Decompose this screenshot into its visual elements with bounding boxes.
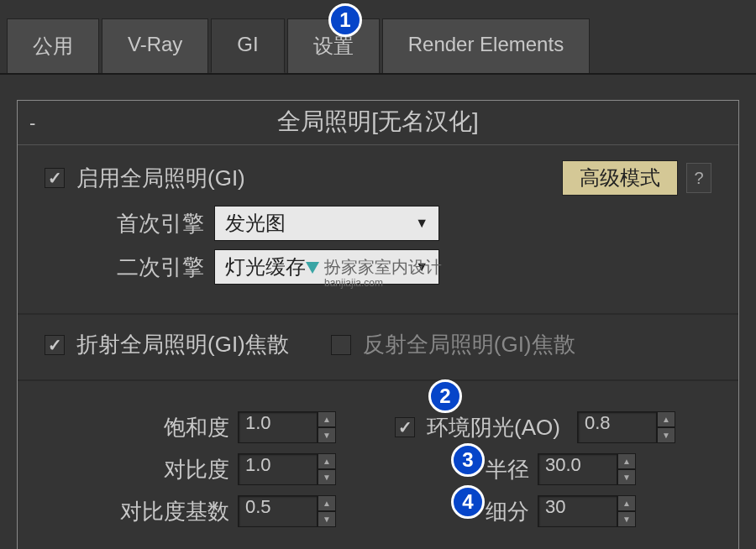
ao-label: 环境阴光(AO) bbox=[427, 413, 560, 442]
tab-common[interactable]: 公用 bbox=[7, 18, 99, 73]
spinner-down-icon[interactable]: ▼ bbox=[318, 469, 336, 485]
panel-title-text: 全局照明[无名汉化] bbox=[277, 108, 479, 134]
primary-engine-label: 首次引擎 bbox=[95, 209, 204, 238]
gi-main-section: 启用全局照明(GI) 高级模式 ? 首次引擎 发光图 ▼ 二次引擎 灯光缓存 扮… bbox=[18, 145, 738, 315]
spinner-down-icon[interactable]: ▼ bbox=[617, 511, 636, 527]
saturation-input[interactable]: 1.0 bbox=[238, 411, 318, 443]
reflect-caustics-label: 反射全局照明(GI)焦散 bbox=[363, 330, 575, 359]
spinner-down-icon[interactable]: ▼ bbox=[318, 427, 336, 443]
saturation-label: 饱和度 bbox=[45, 413, 229, 442]
radius-spinner[interactable]: 30.0 ▲ ▼ bbox=[538, 453, 636, 485]
panel-title: - 全局照明[无名汉化] bbox=[18, 101, 738, 145]
contrast-base-spinner[interactable]: 0.5 ▲ ▼ bbox=[238, 495, 336, 527]
tab-render-elements[interactable]: Render Elements bbox=[382, 18, 590, 73]
chevron-down-icon: ▼ bbox=[415, 216, 428, 231]
contrast-input[interactable]: 1.0 bbox=[238, 453, 318, 485]
tab-bar: 公用 V-Ray GI 设置 Render Elements bbox=[0, 0, 756, 75]
ao-input[interactable]: 0.8 bbox=[577, 411, 657, 443]
annotation-badge-4: 4 bbox=[451, 485, 485, 519]
radius-input[interactable]: 30.0 bbox=[538, 453, 617, 485]
secondary-engine-label: 二次引擎 bbox=[95, 253, 204, 282]
spinner-down-icon[interactable]: ▼ bbox=[617, 469, 636, 485]
annotation-badge-3: 3 bbox=[451, 443, 485, 477]
ao-spinner[interactable]: 0.8 ▲ ▼ bbox=[577, 411, 675, 443]
annotation-badge-1: 1 bbox=[328, 3, 362, 37]
subdivs-input[interactable]: 30 bbox=[538, 495, 617, 527]
spinner-down-icon[interactable]: ▼ bbox=[318, 511, 336, 527]
subdivs-spinner[interactable]: 30 ▲ ▼ bbox=[538, 495, 636, 527]
contrast-base-input[interactable]: 0.5 bbox=[238, 495, 318, 527]
contrast-base-label: 对比度基数 bbox=[45, 497, 229, 526]
secondary-engine-value: 灯光缓存 bbox=[225, 254, 415, 280]
enable-gi-label: 启用全局照明(GI) bbox=[76, 164, 245, 193]
tab-vray[interactable]: V-Ray bbox=[102, 18, 208, 73]
reflect-caustics-checkbox[interactable] bbox=[331, 335, 351, 355]
spinner-up-icon[interactable]: ▲ bbox=[617, 453, 636, 469]
spinner-up-icon[interactable]: ▲ bbox=[318, 495, 336, 511]
spinner-up-icon[interactable]: ▲ bbox=[617, 495, 636, 511]
refract-caustics-label: 折射全局照明(GI)焦散 bbox=[76, 330, 289, 359]
spinner-up-icon[interactable]: ▲ bbox=[318, 453, 336, 469]
ao-checkbox[interactable] bbox=[395, 417, 415, 437]
contrast-spinner[interactable]: 1.0 ▲ ▼ bbox=[238, 453, 336, 485]
help-button[interactable]: ? bbox=[686, 163, 711, 193]
caustics-section: 折射全局照明(GI)焦散 反射全局照明(GI)焦散 bbox=[18, 315, 738, 381]
advanced-mode-button[interactable]: 高级模式 bbox=[562, 160, 678, 196]
watermark-icon bbox=[306, 262, 319, 274]
tab-gi[interactable]: GI bbox=[211, 18, 284, 73]
secondary-engine-dropdown[interactable]: 灯光缓存 扮家家室内设计 banjiajia.com ▼ bbox=[214, 249, 439, 285]
params-section: 饱和度 1.0 ▲ ▼ 环境阴光(AO) 0.8 ▲ ▼ bbox=[18, 381, 738, 549]
spinner-up-icon[interactable]: ▲ bbox=[657, 411, 675, 427]
spinner-down-icon[interactable]: ▼ bbox=[657, 427, 675, 443]
saturation-spinner[interactable]: 1.0 ▲ ▼ bbox=[238, 411, 336, 443]
contrast-label: 对比度 bbox=[45, 455, 229, 484]
annotation-badge-2: 2 bbox=[428, 379, 462, 413]
collapse-icon[interactable]: - bbox=[29, 112, 35, 134]
chevron-down-icon: ▼ bbox=[415, 259, 428, 274]
gi-panel: - 全局照明[无名汉化] 启用全局照明(GI) 高级模式 ? 首次引擎 发光图 … bbox=[17, 100, 739, 549]
enable-gi-checkbox[interactable] bbox=[45, 168, 65, 188]
spinner-up-icon[interactable]: ▲ bbox=[318, 411, 336, 427]
refract-caustics-checkbox[interactable] bbox=[45, 335, 65, 355]
primary-engine-value: 发光图 bbox=[225, 210, 415, 237]
primary-engine-dropdown[interactable]: 发光图 ▼ bbox=[214, 206, 439, 241]
